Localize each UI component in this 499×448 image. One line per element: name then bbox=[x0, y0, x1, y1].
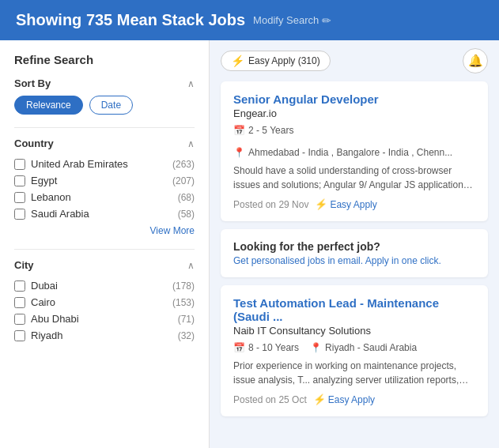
modify-search-link[interactable]: Modify Search ✏ bbox=[253, 14, 331, 27]
sidebar: Refine Search Sort By ∧ Relevance Date C… bbox=[0, 40, 210, 448]
location-meta-0: 📍 Ahmedabad - India , Bangalore - India … bbox=[233, 147, 452, 158]
city-label-2: Abu Dhabi bbox=[31, 313, 172, 325]
country-section: Country ∧ United Arab Emirates (263) Egy… bbox=[14, 137, 195, 236]
posted-label-1: Posted on 25 Oct bbox=[233, 394, 307, 405]
company-name-0: Engear.io bbox=[233, 107, 475, 119]
job-desc-0: Should have a solid understanding of cro… bbox=[233, 164, 475, 192]
right-panel: ⚡ Easy Apply (310) 🔔 Senior Angular Deve… bbox=[210, 40, 499, 448]
job-footer-0: Posted on 29 Nov ⚡ Easy Apply bbox=[233, 198, 475, 210]
country-count-2: (68) bbox=[178, 192, 195, 203]
experience-meta-1: 📅 8 - 10 Years bbox=[233, 342, 299, 353]
sort-by-title: Sort By bbox=[14, 77, 51, 89]
header: Showing 735 Mean Stack Jobs Modify Searc… bbox=[0, 0, 499, 40]
city-count-3: (32) bbox=[178, 330, 195, 341]
posted-label-0: Posted on 29 Nov bbox=[233, 199, 308, 210]
easy-apply-chip[interactable]: ⚡ Easy Apply (310) bbox=[221, 51, 331, 71]
city-count-0: (178) bbox=[172, 280, 195, 292]
job-card-0: Senior Angular Developer Engear.io 📅 2 -… bbox=[221, 81, 488, 221]
job-footer-1: Posted on 25 Oct ⚡ Easy Apply bbox=[233, 393, 475, 405]
city-item-3: Riyadh (32) bbox=[14, 327, 195, 344]
city-count-2: (71) bbox=[178, 314, 195, 325]
country-count-3: (58) bbox=[178, 209, 195, 220]
divider-2 bbox=[14, 249, 195, 250]
country-checkbox-3[interactable] bbox=[14, 209, 25, 220]
calendar-icon-1: 📅 bbox=[233, 342, 245, 353]
pencil-icon: ✏ bbox=[322, 14, 331, 27]
easy-apply-badge-1: ⚡ Easy Apply bbox=[313, 393, 375, 405]
city-label-3: Riyadh bbox=[31, 329, 172, 341]
easy-apply-badge-0: ⚡ Easy Apply bbox=[315, 198, 376, 210]
country-checkbox-0[interactable] bbox=[14, 159, 25, 170]
job-title-1[interactable]: Test Automation Lead - Maintenance (Saud… bbox=[233, 296, 475, 323]
country-item-2: Lebanon (68) bbox=[14, 189, 195, 205]
city-checkbox-1[interactable] bbox=[14, 297, 25, 308]
job-meta-1: 📅 8 - 10 Years 📍 Riyadh - Saudi Arabia bbox=[233, 342, 475, 353]
country-checkbox-1[interactable] bbox=[14, 175, 25, 186]
calendar-icon-0: 📅 bbox=[233, 125, 245, 136]
easy-apply-bolt-1: ⚡ bbox=[313, 393, 326, 405]
city-label-1: Cairo bbox=[31, 296, 167, 308]
country-item-1: Egypt (207) bbox=[14, 172, 195, 189]
relevance-sort-button[interactable]: Relevance bbox=[14, 96, 83, 115]
country-chevron-icon: ∧ bbox=[187, 138, 195, 149]
main-layout: Refine Search Sort By ∧ Relevance Date C… bbox=[0, 40, 499, 448]
date-sort-button[interactable]: Date bbox=[89, 96, 133, 115]
promo-card: Looking for the perfect job? Get persona… bbox=[221, 229, 488, 277]
city-title: City bbox=[14, 259, 34, 271]
easy-apply-label-0: Easy Apply bbox=[330, 199, 376, 210]
sort-by-section: Sort By ∧ Relevance Date bbox=[14, 77, 195, 115]
city-checkbox-0[interactable] bbox=[14, 280, 25, 292]
sidebar-heading: Refine Search bbox=[14, 53, 195, 66]
bell-button[interactable]: 🔔 bbox=[463, 48, 488, 73]
easy-apply-chip-label: Easy Apply (310) bbox=[248, 55, 320, 66]
sort-by-chevron-icon: ∧ bbox=[187, 78, 195, 89]
city-label-0: Dubai bbox=[31, 280, 167, 292]
country-label-0: United Arab Emirates bbox=[31, 158, 167, 170]
country-item-0: United Arab Emirates (263) bbox=[14, 156, 195, 172]
promo-desc: Get personalised jobs in email. Apply in… bbox=[233, 255, 475, 266]
city-checkbox-3[interactable] bbox=[14, 330, 25, 341]
country-label-3: Saudi Arabia bbox=[31, 208, 172, 220]
city-item-2: Abu Dhabi (71) bbox=[14, 311, 195, 327]
location-label-0: Ahmedabad - India , Bangalore - India , … bbox=[248, 147, 452, 158]
city-header: City ∧ bbox=[14, 259, 195, 271]
divider-1 bbox=[14, 127, 195, 128]
country-label-1: Egypt bbox=[31, 175, 167, 186]
country-count-1: (207) bbox=[172, 175, 195, 186]
job-meta-0: 📅 2 - 5 Years 📍 Ahmedabad - India , Bang… bbox=[233, 125, 475, 158]
experience-label-1: 8 - 10 Years bbox=[248, 342, 299, 353]
country-item-3: Saudi Arabia (58) bbox=[14, 205, 195, 222]
modify-search-label: Modify Search bbox=[253, 14, 319, 26]
job-desc-1: Prior experience in working on maintenan… bbox=[233, 359, 475, 387]
city-item-1: Cairo (153) bbox=[14, 294, 195, 311]
country-title: Country bbox=[14, 137, 54, 149]
experience-meta-0: 📅 2 - 5 Years bbox=[233, 125, 293, 136]
city-count-1: (153) bbox=[172, 297, 195, 308]
job-card-1: Test Automation Lead - Maintenance (Saud… bbox=[221, 285, 488, 416]
easy-apply-bolt-icon: ⚡ bbox=[231, 55, 244, 67]
location-meta-1: 📍 Riyadh - Saudi Arabia bbox=[310, 342, 417, 353]
company-name-1: Naib IT Consultancy Solutions bbox=[233, 325, 475, 337]
city-item-0: Dubai (178) bbox=[14, 277, 195, 294]
filter-bar: ⚡ Easy Apply (310) 🔔 bbox=[221, 48, 488, 73]
location-label-1: Riyadh - Saudi Arabia bbox=[325, 342, 417, 353]
promo-title: Looking for the perfect job? bbox=[233, 240, 475, 253]
country-view-more-link[interactable]: View More bbox=[14, 225, 195, 236]
easy-apply-bolt-0: ⚡ bbox=[315, 198, 327, 210]
job-title-0[interactable]: Senior Angular Developer bbox=[233, 92, 475, 106]
city-checkbox-2[interactable] bbox=[14, 314, 25, 325]
easy-apply-label-1: Easy Apply bbox=[328, 394, 375, 405]
location-icon-0: 📍 bbox=[233, 147, 245, 158]
city-section: City ∧ Dubai (178) Cairo (153) Abu Dhabi… bbox=[14, 259, 195, 344]
experience-label-0: 2 - 5 Years bbox=[248, 125, 293, 136]
page-title: Showing 735 Mean Stack Jobs bbox=[16, 11, 245, 29]
location-icon-1: 📍 bbox=[310, 342, 322, 353]
city-chevron-icon: ∧ bbox=[187, 260, 195, 271]
bell-icon: 🔔 bbox=[468, 54, 483, 68]
country-count-0: (263) bbox=[172, 159, 195, 170]
sort-buttons: Relevance Date bbox=[14, 96, 195, 115]
sort-by-header: Sort By ∧ bbox=[14, 77, 195, 89]
country-header: Country ∧ bbox=[14, 137, 195, 149]
country-checkbox-2[interactable] bbox=[14, 192, 25, 203]
country-label-2: Lebanon bbox=[31, 191, 172, 203]
